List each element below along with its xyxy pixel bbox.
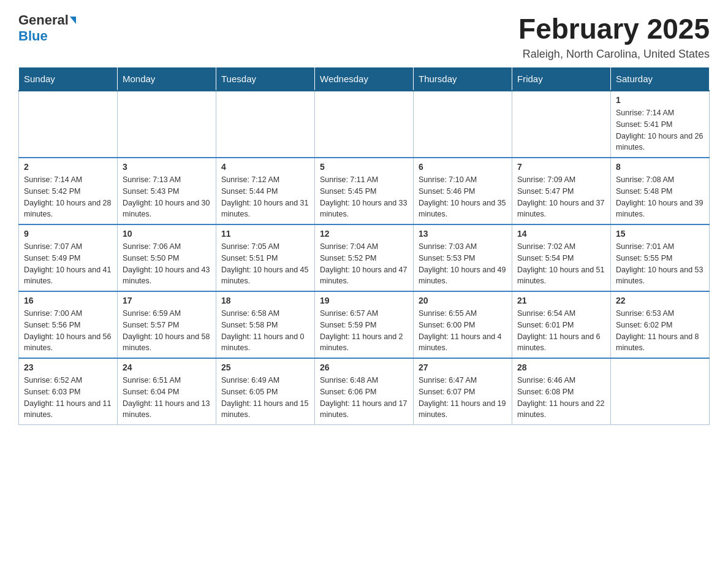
calendar-cell: 3Sunrise: 7:13 AMSunset: 5:43 PMDaylight… (118, 158, 216, 224)
day-number: 8 (616, 162, 704, 172)
day-number: 16 (24, 296, 112, 305)
calendar-cell: 22Sunrise: 6:53 AMSunset: 6:02 PMDayligh… (611, 291, 710, 358)
day-number: 28 (517, 362, 605, 372)
day-number: 18 (221, 296, 309, 305)
day-number: 25 (221, 362, 309, 372)
day-info: Sunrise: 6:49 AMSunset: 6:05 PMDaylight:… (221, 375, 309, 421)
day-number: 13 (419, 229, 507, 239)
day-number: 20 (419, 296, 507, 305)
day-of-week-header: Sunday (19, 67, 118, 91)
day-number: 9 (24, 229, 112, 239)
calendar-cell (611, 358, 710, 425)
calendar-cell: 24Sunrise: 6:51 AMSunset: 6:04 PMDayligh… (118, 358, 216, 425)
calendar-cell: 2Sunrise: 7:14 AMSunset: 5:42 PMDaylight… (19, 158, 118, 224)
day-number: 11 (221, 229, 309, 239)
day-number: 21 (517, 296, 605, 305)
calendar-cell: 7Sunrise: 7:09 AMSunset: 5:47 PMDaylight… (512, 158, 611, 224)
calendar-cell: 1Sunrise: 7:14 AMSunset: 5:41 PMDaylight… (611, 91, 710, 158)
calendar-week-row: 1Sunrise: 7:14 AMSunset: 5:41 PMDaylight… (19, 91, 710, 158)
calendar-cell: 25Sunrise: 6:49 AMSunset: 6:05 PMDayligh… (216, 358, 315, 425)
calendar-cell (512, 91, 611, 158)
day-info: Sunrise: 6:52 AMSunset: 6:03 PMDaylight:… (24, 375, 112, 421)
day-info: Sunrise: 7:03 AMSunset: 5:53 PMDaylight:… (419, 241, 507, 287)
calendar-cell: 11Sunrise: 7:05 AMSunset: 5:51 PMDayligh… (216, 224, 315, 291)
day-info: Sunrise: 7:05 AMSunset: 5:51 PMDaylight:… (221, 241, 309, 287)
day-number: 4 (221, 162, 309, 172)
day-number: 2 (24, 162, 112, 172)
calendar-cell (216, 91, 315, 158)
day-info: Sunrise: 7:14 AMSunset: 5:41 PMDaylight:… (616, 107, 704, 153)
day-info: Sunrise: 6:53 AMSunset: 6:02 PMDaylight:… (616, 308, 704, 354)
day-number: 15 (616, 229, 704, 239)
day-info: Sunrise: 7:04 AMSunset: 5:52 PMDaylight:… (320, 241, 408, 287)
calendar-cell: 4Sunrise: 7:12 AMSunset: 5:44 PMDaylight… (216, 158, 315, 224)
calendar-cell: 8Sunrise: 7:08 AMSunset: 5:48 PMDaylight… (611, 158, 710, 224)
day-info: Sunrise: 7:02 AMSunset: 5:54 PMDaylight:… (517, 241, 605, 287)
title-section: February 2025 Raleigh, North Carolina, U… (518, 12, 710, 61)
calendar-cell: 19Sunrise: 6:57 AMSunset: 5:59 PMDayligh… (315, 291, 414, 358)
calendar-cell: 12Sunrise: 7:04 AMSunset: 5:52 PMDayligh… (315, 224, 414, 291)
day-number: 27 (419, 362, 507, 372)
calendar-cell: 16Sunrise: 7:00 AMSunset: 5:56 PMDayligh… (19, 291, 118, 358)
day-info: Sunrise: 7:08 AMSunset: 5:48 PMDaylight:… (616, 174, 704, 220)
day-of-week-header: Thursday (414, 67, 512, 91)
calendar-cell: 5Sunrise: 7:11 AMSunset: 5:45 PMDaylight… (315, 158, 414, 224)
day-info: Sunrise: 7:06 AMSunset: 5:50 PMDaylight:… (123, 241, 211, 287)
calendar-cell: 21Sunrise: 6:54 AMSunset: 6:01 PMDayligh… (512, 291, 611, 358)
calendar-cell: 13Sunrise: 7:03 AMSunset: 5:53 PMDayligh… (414, 224, 512, 291)
day-number: 1 (616, 95, 704, 105)
day-number: 3 (123, 162, 211, 172)
calendar-cell: 9Sunrise: 7:07 AMSunset: 5:49 PMDaylight… (19, 224, 118, 291)
day-info: Sunrise: 6:47 AMSunset: 6:07 PMDaylight:… (419, 375, 507, 421)
calendar-cell (19, 91, 118, 158)
calendar-cell: 26Sunrise: 6:48 AMSunset: 6:06 PMDayligh… (315, 358, 414, 425)
day-info: Sunrise: 7:13 AMSunset: 5:43 PMDaylight:… (123, 174, 211, 220)
day-info: Sunrise: 7:07 AMSunset: 5:49 PMDaylight:… (24, 241, 112, 287)
calendar-cell (315, 91, 414, 158)
calendar-cell: 20Sunrise: 6:55 AMSunset: 6:00 PMDayligh… (414, 291, 512, 358)
calendar-week-row: 2Sunrise: 7:14 AMSunset: 5:42 PMDaylight… (19, 158, 710, 224)
day-number: 5 (320, 162, 408, 172)
day-info: Sunrise: 7:10 AMSunset: 5:46 PMDaylight:… (419, 174, 507, 220)
calendar-week-row: 23Sunrise: 6:52 AMSunset: 6:03 PMDayligh… (19, 358, 710, 425)
day-number: 6 (419, 162, 507, 172)
calendar-cell (414, 91, 512, 158)
logo-blue-text: Blue (18, 28, 48, 44)
day-info: Sunrise: 7:11 AMSunset: 5:45 PMDaylight:… (320, 174, 408, 220)
day-number: 14 (517, 229, 605, 239)
logo-general-text: General (18, 12, 69, 28)
day-info: Sunrise: 6:46 AMSunset: 6:08 PMDaylight:… (517, 375, 605, 421)
day-number: 19 (320, 296, 408, 305)
day-info: Sunrise: 6:58 AMSunset: 5:58 PMDaylight:… (221, 308, 309, 354)
day-info: Sunrise: 6:55 AMSunset: 6:00 PMDaylight:… (419, 308, 507, 354)
day-info: Sunrise: 6:51 AMSunset: 6:04 PMDaylight:… (123, 375, 211, 421)
day-of-week-header: Wednesday (315, 67, 414, 91)
day-of-week-header: Tuesday (216, 67, 315, 91)
day-number: 22 (616, 296, 704, 305)
page-header: General Blue February 2025 Raleigh, Nort… (18, 12, 710, 61)
month-title: February 2025 (518, 12, 710, 45)
day-info: Sunrise: 6:48 AMSunset: 6:06 PMDaylight:… (320, 375, 408, 421)
day-number: 24 (123, 362, 211, 372)
day-number: 10 (123, 229, 211, 239)
day-info: Sunrise: 6:54 AMSunset: 6:01 PMDaylight:… (517, 308, 605, 354)
calendar-cell: 28Sunrise: 6:46 AMSunset: 6:08 PMDayligh… (512, 358, 611, 425)
calendar-cell (118, 91, 216, 158)
day-number: 12 (320, 229, 408, 239)
logo: General Blue (18, 12, 76, 44)
day-info: Sunrise: 7:14 AMSunset: 5:42 PMDaylight:… (24, 174, 112, 220)
day-info: Sunrise: 7:01 AMSunset: 5:55 PMDaylight:… (616, 241, 704, 287)
calendar-cell: 6Sunrise: 7:10 AMSunset: 5:46 PMDaylight… (414, 158, 512, 224)
day-of-week-header: Saturday (611, 67, 710, 91)
calendar-week-row: 16Sunrise: 7:00 AMSunset: 5:56 PMDayligh… (19, 291, 710, 358)
calendar-cell: 14Sunrise: 7:02 AMSunset: 5:54 PMDayligh… (512, 224, 611, 291)
calendar-table: SundayMondayTuesdayWednesdayThursdayFrid… (18, 67, 710, 425)
day-number: 23 (24, 362, 112, 372)
calendar-cell: 17Sunrise: 6:59 AMSunset: 5:57 PMDayligh… (118, 291, 216, 358)
logo-arrow-icon (70, 17, 76, 24)
day-info: Sunrise: 6:59 AMSunset: 5:57 PMDaylight:… (123, 308, 211, 354)
calendar-cell: 18Sunrise: 6:58 AMSunset: 5:58 PMDayligh… (216, 291, 315, 358)
calendar-cell: 27Sunrise: 6:47 AMSunset: 6:07 PMDayligh… (414, 358, 512, 425)
day-of-week-header: Monday (118, 67, 216, 91)
calendar-cell: 10Sunrise: 7:06 AMSunset: 5:50 PMDayligh… (118, 224, 216, 291)
